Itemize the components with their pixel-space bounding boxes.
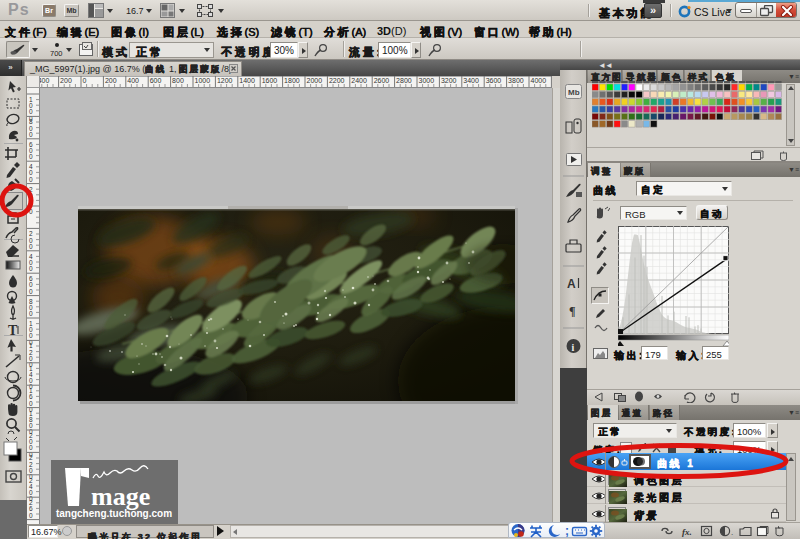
svg-text:0: 0 [29, 288, 33, 295]
svg-text:3600: 3600 [486, 77, 502, 84]
svg-text:0: 0 [29, 265, 33, 272]
svg-text:1000: 1000 [195, 77, 211, 84]
svg-text:2000: 2000 [307, 77, 323, 84]
svg-text:fx.: fx. [682, 527, 692, 537]
svg-text:.: . [731, 528, 733, 537]
svg-text:2400: 2400 [351, 77, 367, 84]
svg-text:0: 0 [83, 77, 87, 84]
svg-text:2200: 2200 [329, 77, 345, 84]
svg-text:1800: 1800 [284, 77, 300, 84]
svg-text:i: i [572, 342, 575, 353]
svg-text:Mb: Mb [568, 88, 580, 97]
svg-text:T: T [8, 323, 18, 338]
svg-text:1600: 1600 [262, 77, 278, 84]
svg-text:800: 800 [172, 77, 184, 84]
svg-text:200: 200 [105, 77, 117, 84]
svg-text:200: 200 [60, 77, 72, 84]
svg-text:1400: 1400 [239, 77, 255, 84]
svg-text:4000: 4000 [531, 77, 547, 84]
svg-text:0: 0 [29, 243, 33, 250]
svg-text:0: 0 [29, 310, 33, 317]
svg-text:0: 0 [29, 131, 33, 138]
svg-text:¶: ¶ [569, 304, 575, 318]
svg-text:;: ; [565, 524, 569, 538]
svg-text:0: 0 [29, 512, 33, 519]
svg-text:3400: 3400 [463, 77, 479, 84]
svg-text:2800: 2800 [396, 77, 412, 84]
svg-text:400: 400 [127, 77, 139, 84]
svg-text:2600: 2600 [374, 77, 390, 84]
svg-text:1200: 1200 [217, 77, 233, 84]
svg-text:3800: 3800 [508, 77, 524, 84]
svg-text:3200: 3200 [441, 77, 457, 84]
svg-text:A: A [567, 277, 576, 291]
svg-text:600: 600 [150, 77, 162, 84]
svg-text:0: 0 [29, 153, 33, 160]
svg-text:3000: 3000 [419, 77, 435, 84]
svg-text:tangcheng.tuchong.com: tangcheng.tuchong.com [56, 508, 172, 519]
